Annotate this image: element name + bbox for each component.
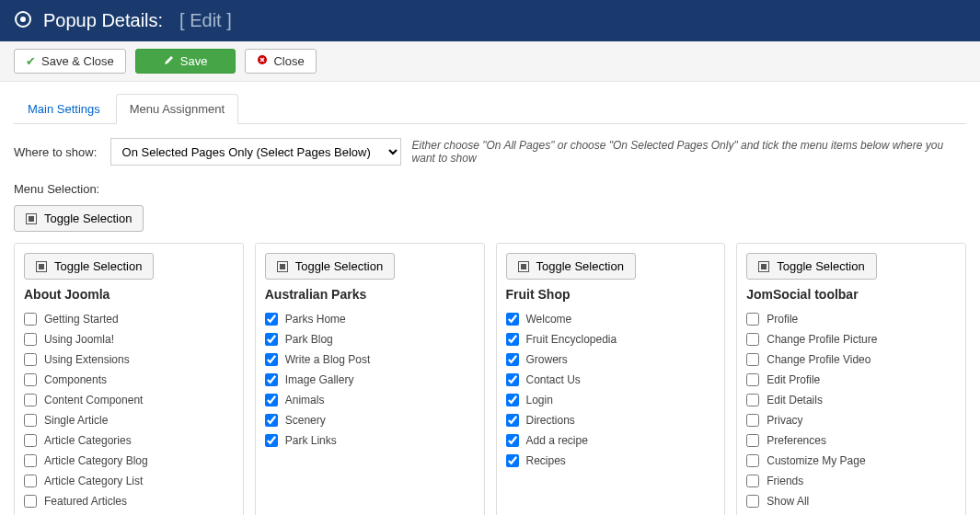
target-icon (14, 10, 32, 31)
menu-item: Park Links (265, 430, 475, 451)
menu-item-checkbox[interactable] (265, 353, 278, 366)
menu-item-checkbox[interactable] (24, 353, 37, 366)
menu-item-checkbox[interactable] (746, 373, 759, 386)
menu-item-checkbox[interactable] (746, 454, 759, 467)
close-label: Close (273, 54, 304, 68)
menu-item-checkbox[interactable] (746, 353, 759, 366)
menu-item-checkbox[interactable] (506, 373, 519, 386)
menu-item-label: Preferences (767, 434, 826, 447)
menu-item: Image Gallery (265, 370, 475, 390)
menu-item-checkbox[interactable] (24, 373, 37, 386)
menu-item-label: Customize My Page (767, 454, 865, 467)
menu-item-label: Recipes (526, 454, 566, 467)
menu-item-checkbox[interactable] (265, 373, 278, 386)
menu-item-label: Add a recipe (526, 434, 588, 447)
menu-item-checkbox[interactable] (746, 333, 759, 346)
menu-item: Profile (746, 309, 956, 329)
menu-item-checkbox[interactable] (746, 414, 759, 427)
menu-item-checkbox[interactable] (506, 454, 519, 467)
menu-item: Write a Blog Post (265, 349, 475, 370)
menu-item-checkbox[interactable] (746, 495, 759, 508)
toolbar: ✔ Save & Close Save Close (0, 41, 980, 82)
menu-item-label: Welcome (526, 313, 572, 326)
toggle-selection-button[interactable]: Toggle Selection (265, 253, 395, 280)
menu-item-checkbox[interactable] (506, 333, 519, 346)
menu-item-checkbox[interactable] (506, 414, 519, 427)
tab-menu-assignment[interactable]: Menu Assignment (116, 94, 238, 124)
menu-item-checkbox[interactable] (265, 313, 278, 326)
menu-item: Show All (746, 491, 956, 511)
menu-title: JomSocial toolbar (746, 287, 956, 302)
where-to-show-select[interactable]: On Selected Pages Only (Select Pages Bel… (110, 138, 401, 166)
menu-item-checkbox[interactable] (24, 434, 37, 447)
menu-item-label: Edit Details (767, 394, 823, 406)
menu-item: Login (506, 390, 716, 410)
menu-item-checkbox[interactable] (265, 414, 278, 427)
menu-item-checkbox[interactable] (24, 495, 37, 508)
menu-item: Parks Home (265, 309, 475, 329)
menu-item: Add a recipe (506, 430, 716, 451)
menu-item-label: Login (526, 394, 553, 406)
menu-item-checkbox[interactable] (24, 454, 37, 467)
menu-item-label: Write a Blog Post (285, 353, 370, 366)
menu-item-checkbox[interactable] (24, 414, 37, 427)
save-button[interactable]: Save (135, 49, 236, 74)
menu-item: Preferences (746, 430, 956, 451)
save-and-close-button[interactable]: ✔ Save & Close (14, 49, 126, 74)
menu-item-checkbox[interactable] (265, 434, 278, 447)
page-header: Popup Details: [ Edit ] (0, 0, 980, 41)
menu-item-checkbox[interactable] (24, 313, 37, 326)
toggle-selection-label: Toggle Selection (44, 212, 132, 225)
toggle-selection-button[interactable]: Toggle Selection (24, 253, 154, 280)
menu-item: Animals (265, 390, 475, 410)
menu-item: Article Category Blog (24, 451, 234, 471)
menu-item: Friends (746, 471, 956, 491)
menu-item-label: Scenery (285, 414, 326, 427)
menu-column: Toggle SelectionAustralian ParksParks Ho… (255, 243, 485, 515)
menu-item-label: Animals (285, 394, 325, 406)
page-title-mode: [ Edit ] (179, 10, 232, 31)
menu-item-checkbox[interactable] (265, 394, 278, 406)
menu-item: Welcome (506, 309, 716, 329)
menu-item-label: Change Profile Picture (767, 333, 877, 346)
menu-item-label: Article Categories (44, 434, 132, 447)
menu-item-label: Privacy (767, 414, 802, 427)
menu-item-checkbox[interactable] (746, 394, 759, 406)
menu-item-label: Parks Home (285, 313, 346, 326)
menu-item-list: WelcomeFruit EncyclopediaGrowersContact … (506, 309, 716, 471)
menu-item-checkbox[interactable] (506, 394, 519, 406)
checkbox-mixed-icon (36, 261, 47, 272)
menu-item-label: Contact Us (526, 373, 581, 386)
toggle-selection-label: Toggle Selection (536, 259, 624, 273)
menu-item: Article Categories (24, 430, 234, 451)
menu-item-checkbox[interactable] (746, 434, 759, 447)
menu-item-checkbox[interactable] (506, 353, 519, 366)
toggle-selection-button[interactable]: Toggle Selection (506, 253, 636, 280)
close-button[interactable]: Close (245, 49, 316, 74)
toggle-selection-all-button[interactable]: Toggle Selection (14, 205, 144, 232)
menu-item: Single Article (24, 410, 234, 430)
menu-item-checkbox[interactable] (24, 333, 37, 346)
menu-item: Edit Details (746, 390, 956, 410)
toggle-selection-label: Toggle Selection (54, 259, 142, 273)
menu-item-label: Article Category List (44, 475, 143, 487)
tab-main-settings[interactable]: Main Settings (14, 94, 114, 124)
menu-item-label: Components (44, 373, 107, 386)
tabs: Main Settings Menu Assignment (14, 93, 966, 124)
toggle-selection-button[interactable]: Toggle Selection (746, 253, 876, 280)
menu-item-label: Change Profile Video (767, 353, 870, 366)
menu-title: Australian Parks (265, 287, 475, 302)
save-and-close-label: Save & Close (41, 54, 114, 68)
menu-item-checkbox[interactable] (746, 313, 759, 326)
menu-item-checkbox[interactable] (24, 475, 37, 487)
menu-item: Change Profile Video (746, 349, 956, 370)
menu-item-label: Featured Articles (44, 495, 127, 508)
menu-item-label: Friends (767, 475, 803, 487)
menu-item-checkbox[interactable] (24, 394, 37, 406)
toggle-selection-label: Toggle Selection (295, 259, 383, 273)
menu-item-checkbox[interactable] (506, 434, 519, 447)
menu-title: About Joomla (24, 287, 234, 302)
menu-item-checkbox[interactable] (265, 333, 278, 346)
menu-item-checkbox[interactable] (746, 475, 759, 487)
menu-item-checkbox[interactable] (506, 313, 519, 326)
